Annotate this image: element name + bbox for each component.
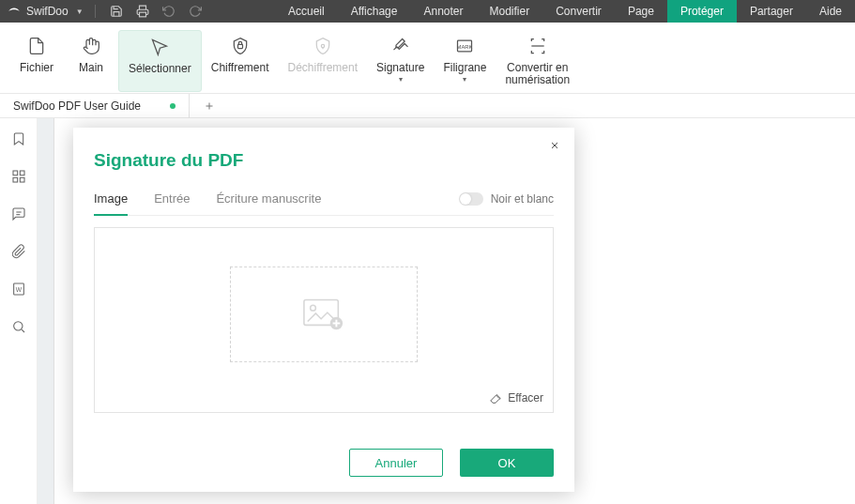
bw-toggle[interactable] — [459, 192, 483, 206]
dialog-actions: Annuler OK — [349, 449, 554, 477]
separator — [95, 5, 96, 18]
document-tab[interactable]: SwifDoo PDF User Guide — [2, 94, 190, 118]
menu-annoter[interactable]: Annoter — [410, 0, 476, 23]
svg-rect-9 — [13, 177, 18, 182]
bookmark-icon[interactable] — [8, 128, 30, 150]
chevron-down-icon: ▾ — [463, 75, 466, 84]
svg-rect-10 — [20, 177, 24, 182]
watermark-icon: MARK — [454, 36, 475, 56]
encrypt-label: Chiffrement — [211, 62, 269, 75]
print-icon[interactable] — [130, 0, 156, 23]
signature-dialog: Signature du PDF Image Entrée Écriture m… — [73, 128, 574, 492]
file-button[interactable]: Fichier — [9, 30, 64, 92]
menu-aide[interactable]: Aide — [806, 0, 855, 23]
menu-convertir[interactable]: Convertir — [542, 0, 615, 23]
select-button[interactable]: Sélectionner — [118, 30, 202, 92]
menu-page[interactable]: Page — [615, 0, 667, 23]
ok-button[interactable]: OK — [460, 449, 554, 477]
watermark-label: Filigrane — [443, 62, 486, 75]
cursor-icon — [149, 37, 170, 57]
menu-affichage[interactable]: Affichage — [338, 0, 411, 23]
hand-label: Main — [79, 62, 103, 75]
eraser-icon — [489, 391, 502, 405]
dialog-title: Signature du PDF — [94, 150, 554, 171]
brand-name: SwifDoo — [26, 5, 69, 18]
undo-icon[interactable] — [156, 0, 182, 23]
lock-icon — [230, 36, 251, 56]
app-logo-icon — [8, 5, 21, 18]
svg-rect-1 — [237, 44, 242, 48]
save-icon[interactable] — [103, 0, 130, 23]
brand-dropdown-icon[interactable]: ▼ — [76, 8, 84, 16]
svg-rect-8 — [20, 171, 24, 176]
tab-title: SwifDoo PDF User Guide — [13, 99, 141, 113]
search-icon[interactable] — [8, 315, 30, 338]
tab-image[interactable]: Image — [94, 191, 128, 215]
bw-label: Noir et blanc — [491, 192, 554, 206]
svg-text:MARK: MARK — [457, 43, 473, 49]
word-export-icon[interactable]: W — [8, 278, 30, 300]
hand-button[interactable]: Main — [64, 30, 118, 92]
decrypt-label: Déchiffrement — [288, 62, 358, 75]
main-menu: Accueil Affichage Annoter Modifier Conve… — [275, 0, 855, 23]
tab-input[interactable]: Entrée — [154, 191, 190, 215]
signature-icon — [390, 36, 411, 56]
file-label: Fichier — [20, 62, 53, 75]
menu-proteger[interactable]: Protéger — [667, 0, 737, 23]
unlock-icon — [313, 36, 333, 56]
brand: SwifDoo ▼ — [0, 5, 91, 18]
image-drop-area: Effacer — [94, 227, 554, 413]
svg-rect-7 — [13, 171, 18, 176]
svg-text:W: W — [15, 286, 22, 293]
close-button[interactable] — [546, 137, 563, 154]
redo-icon[interactable] — [182, 0, 208, 23]
svg-point-15 — [13, 322, 22, 330]
watermark-button[interactable]: MARK Filigrane ▾ — [434, 30, 496, 92]
cancel-button[interactable]: Annuler — [349, 449, 443, 477]
menu-accueil[interactable]: Accueil — [275, 0, 338, 23]
file-icon — [26, 36, 47, 56]
svg-point-20 — [311, 305, 316, 311]
encrypt-button[interactable]: Chiffrement — [202, 30, 279, 92]
title-bar: SwifDoo ▼ Accueil Affichage Annoter Modi… — [0, 0, 855, 23]
decrypt-button: Déchiffrement — [279, 30, 367, 92]
new-tab-button[interactable] — [197, 94, 221, 118]
svg-line-16 — [22, 329, 24, 332]
erase-button[interactable]: Effacer — [489, 391, 543, 405]
tab-handwrite[interactable]: Écriture manuscrite — [216, 191, 321, 215]
menu-modifier[interactable]: Modifier — [477, 0, 543, 23]
hand-icon — [81, 36, 101, 56]
document-tabs: SwifDoo PDF User Guide — [0, 94, 855, 118]
sidebar: W — [0, 118, 38, 504]
select-label: Sélectionner — [129, 63, 191, 76]
dialog-tabs: Image Entrée Écriture manuscrite Noir et… — [94, 191, 554, 216]
comment-icon[interactable] — [8, 203, 30, 225]
ribbon: Fichier Main Sélectionner Chiffrement Dé… — [0, 23, 855, 94]
signature-button[interactable]: Signature ▾ — [367, 30, 434, 92]
convert-scan-button[interactable]: Convertir en numérisation — [496, 30, 579, 92]
black-white-toggle-group: Noir et blanc — [459, 192, 554, 215]
quick-access-toolbar — [103, 0, 208, 23]
convert-scan-label: Convertir en numérisation — [505, 62, 570, 88]
svg-rect-0 — [139, 12, 145, 17]
modified-indicator-icon — [170, 103, 176, 109]
thumbnails-icon[interactable] — [8, 165, 30, 188]
menu-partager[interactable]: Partager — [737, 0, 806, 23]
chevron-down-icon: ▾ — [399, 75, 403, 84]
erase-label: Effacer — [508, 391, 543, 405]
svg-point-2 — [321, 44, 324, 47]
attachment-icon[interactable] — [8, 240, 30, 263]
signature-label: Signature — [376, 62, 424, 75]
image-upload-zone[interactable] — [230, 267, 418, 362]
scan-icon — [527, 36, 548, 56]
